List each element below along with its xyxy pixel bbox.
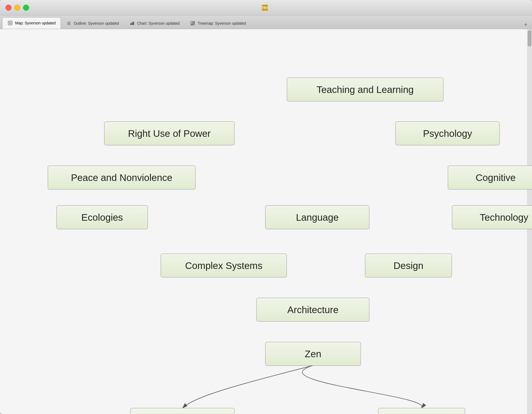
node-right-use[interactable]: Right Use of Power xyxy=(104,121,234,145)
svg-rect-10 xyxy=(193,23,195,25)
node-design[interactable]: Design xyxy=(365,254,452,277)
node-zen[interactable]: Zen xyxy=(265,342,361,366)
node-label-ecologies: Ecologies xyxy=(81,212,123,223)
node-label-peace: Peace and Nonviolence xyxy=(71,172,172,183)
node-label-teaching: Teaching and Learning xyxy=(316,84,414,95)
chart-icon xyxy=(129,21,135,26)
add-tab-button[interactable]: + xyxy=(522,21,530,29)
maximize-button[interactable] xyxy=(23,5,29,11)
node-peace[interactable]: Peace and Nonviolence xyxy=(48,166,196,189)
tab-label-map: Map: Syverson updated xyxy=(15,21,56,25)
svg-rect-11 xyxy=(191,24,193,25)
node-label-cognitive: Cognitive xyxy=(476,172,516,183)
node-label-technology: Technology xyxy=(480,212,528,223)
arrow-zen-to-compassion xyxy=(183,365,313,408)
node-label-psychology: Psychology xyxy=(423,128,472,139)
treemap-icon xyxy=(190,21,196,26)
svg-rect-6 xyxy=(132,22,133,25)
node-psychology[interactable]: Psychology xyxy=(395,121,500,145)
svg-rect-8 xyxy=(191,21,193,24)
traffic-lights xyxy=(5,5,29,11)
tab-treemap[interactable]: Treemap: Syverson updated xyxy=(185,17,251,29)
tab-label-treemap: Treemap: Syverson updated xyxy=(198,21,246,25)
scrollbar-thumb[interactable] xyxy=(528,30,531,47)
node-wisdom[interactable]: Wisdom xyxy=(378,408,465,414)
window-title: TBX xyxy=(262,5,270,11)
node-label-complex: Complex Systems xyxy=(185,260,262,271)
svg-rect-9 xyxy=(193,21,195,22)
map-canvas: Teaching and LearningRight Use of PowerP… xyxy=(0,29,532,414)
node-label-right-use: Right Use of Power xyxy=(128,128,211,139)
tab-outline[interactable]: Outline: Syverson updated xyxy=(61,17,124,29)
tabbar: Map: Syverson updatedOutline: Syverson u… xyxy=(0,15,532,29)
node-architecture[interactable]: Architecture xyxy=(256,298,369,322)
node-cognitive[interactable]: Cognitive xyxy=(448,166,532,189)
map-icon xyxy=(7,20,13,26)
svg-point-1 xyxy=(9,22,11,24)
node-language[interactable]: Language xyxy=(265,205,369,229)
node-label-architecture: Architecture xyxy=(287,304,339,315)
arrow-zen-to-wisdom xyxy=(302,365,422,408)
titlebar: TBX xyxy=(0,0,532,15)
svg-rect-0 xyxy=(8,21,12,25)
node-teaching[interactable]: Teaching and Learning xyxy=(287,78,443,101)
node-complex[interactable]: Complex Systems xyxy=(161,254,287,277)
node-label-language: Language xyxy=(296,212,339,223)
node-technology[interactable]: Technology xyxy=(452,205,532,229)
close-button[interactable] xyxy=(5,5,12,11)
node-label-design: Design xyxy=(394,260,423,271)
outline-icon xyxy=(66,21,72,26)
node-ecologies[interactable]: Ecologies xyxy=(56,205,148,229)
tab-label-chart: Chart: Syverson updated xyxy=(137,21,180,25)
app-icon: TBX xyxy=(262,5,268,11)
node-label-zen: Zen xyxy=(305,348,321,359)
tab-map[interactable]: Map: Syverson updated xyxy=(2,17,61,29)
tab-chart[interactable]: Chart: Syverson updated xyxy=(124,17,185,29)
svg-rect-7 xyxy=(133,22,134,25)
tab-label-outline: Outline: Syverson updated xyxy=(74,21,119,25)
node-compassion[interactable]: Compassion xyxy=(130,408,234,414)
svg-rect-5 xyxy=(130,23,131,25)
app-window: TBX Map: Syverson updatedOutline: Syvers… xyxy=(0,0,532,414)
minimize-button[interactable] xyxy=(14,5,20,11)
